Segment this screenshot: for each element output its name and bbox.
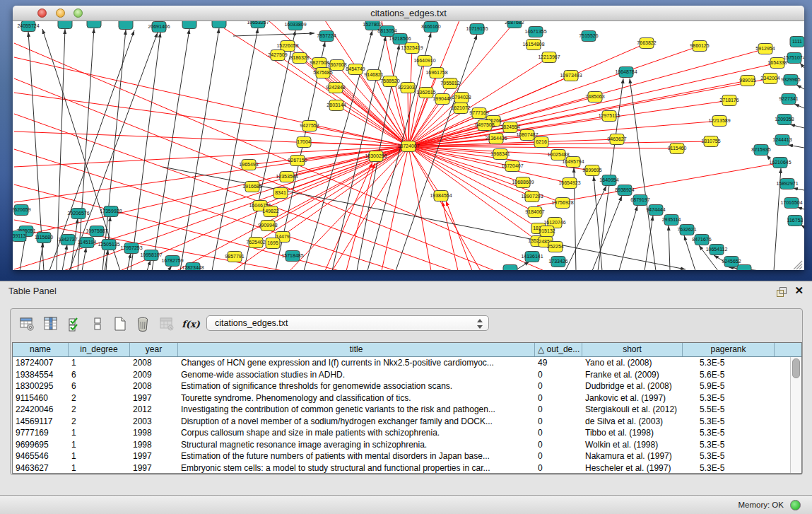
graph-node[interactable] [182, 21, 196, 29]
resize-grip[interactable] [794, 261, 802, 269]
network-view-window[interactable]: citations_edges.txt 24055724206914061065… [13, 6, 804, 270]
graph-node[interactable] [503, 265, 517, 271]
column-header[interactable]: short [582, 343, 683, 356]
graph-node[interactable]: 252254 [547, 242, 563, 252]
graph-node[interactable]: 19384554 [430, 191, 452, 201]
graph-node[interactable]: 9777169 [469, 108, 488, 119]
graph-node[interactable]: 10654112 [706, 245, 728, 255]
clear-selection-button[interactable] [88, 315, 107, 333]
graph-node[interactable]: 1916685 [242, 182, 261, 192]
table-body[interactable]: 1872400712008Changes of HCN gene express… [13, 357, 801, 474]
graph-node[interactable]: 2803144 [326, 100, 346, 111]
select-all-button[interactable] [66, 315, 84, 333]
graph-node[interactable]: 7515526 [579, 31, 598, 42]
graph-node[interactable]: 989015 [739, 76, 755, 86]
table-row[interactable]: 977716911998Corpus callosum shape and si… [13, 427, 801, 439]
graph-node[interactable]: 10958107 [140, 250, 162, 261]
graph-node[interactable]: 1209358 [775, 115, 794, 125]
graph-node[interactable]: 9184067 [525, 207, 544, 218]
graph-node[interactable]: 12353594 [276, 172, 298, 182]
graph-node[interactable]: 17004 [297, 137, 311, 148]
table-row[interactable]: 1830029562008Estimation of significance … [13, 380, 801, 392]
graph-node[interactable]: 9857791 [225, 252, 244, 262]
graph-node[interactable]: 2367608 [327, 60, 346, 71]
graph-node[interactable]: 7663822 [637, 38, 656, 49]
graph-node[interactable]: 16210645 [769, 158, 791, 168]
graph-node[interactable] [87, 21, 101, 28]
graph-node[interactable]: 16720407 [501, 161, 523, 172]
graph-node[interactable]: 8938924 [615, 185, 634, 196]
graph-node[interactable]: 8466160 [421, 22, 440, 33]
table-settings-button[interactable] [18, 315, 36, 333]
network-canvas[interactable]: 2405572420691406106532571603380978572241… [13, 21, 804, 270]
table-row[interactable]: 946554611997Estimation of the future num… [13, 450, 801, 462]
graph-node[interactable]: 10653257 [247, 21, 269, 28]
vertical-scrollbar[interactable] [790, 357, 801, 473]
graph-node[interactable]: 7857224 [317, 31, 336, 42]
graph-node[interactable]: 16654923 [558, 178, 580, 189]
graph-node[interactable]: 14136141 [521, 252, 543, 262]
table-row[interactable]: 1456911722003Disruption of a novel membe… [13, 416, 801, 428]
table-row[interactable]: 1872400712008Changes of HCN gene express… [13, 357, 801, 369]
graph-node[interactable]: 1111 [790, 37, 804, 47]
graph-node[interactable]: 8454749 [346, 64, 365, 75]
graph-node[interactable]: 915132 [539, 226, 555, 237]
graph-node[interactable]: 9242848 [326, 83, 345, 93]
graph-node[interactable]: 1810755 [701, 136, 720, 147]
graph-node[interactable]: 12505135 [98, 240, 119, 250]
graph-node[interactable]: 9267150 [288, 156, 307, 166]
graph-node[interactable]: 7632621 [677, 225, 696, 235]
function-builder-button[interactable]: f(x) [182, 315, 200, 333]
graph-node[interactable]: 8215935 [751, 145, 770, 156]
table-row[interactable]: 946362711997Embryonic stem cells: a mode… [13, 462, 801, 474]
column-header[interactable]: year [130, 343, 178, 356]
graph-node[interactable]: 1990448 [433, 94, 452, 105]
graph-node[interactable]: 17957253 [120, 243, 142, 254]
column-header[interactable]: pagerank [683, 343, 775, 356]
graph-node[interactable]: 7955812 [440, 78, 459, 89]
table-row[interactable]: 969969511998Structural magnetic resonanc… [13, 439, 801, 451]
graph-node[interactable]: 17359928 [100, 206, 122, 217]
graph-node[interactable]: 10688609 [512, 177, 534, 188]
graph-node[interactable]: 9427552 [300, 121, 319, 132]
graph-node[interactable]: 1145194 [78, 238, 97, 248]
graph-node[interactable] [58, 21, 72, 29]
graph-node[interactable]: 18907293 [521, 192, 543, 202]
graph-node[interactable]: 6879197 [630, 195, 649, 206]
graph-node[interactable]: 16640910 [413, 56, 435, 66]
graph-node[interactable]: 149822 [262, 206, 278, 217]
graph-node[interactable]: 1115680 [35, 233, 53, 243]
graph-node[interactable]: 8471676 [692, 235, 711, 245]
graph-node[interactable]: 16033809 [284, 21, 306, 30]
graph-node[interactable]: 7485063 [585, 92, 604, 103]
column-header[interactable]: name [13, 343, 69, 356]
graph-node[interactable]: 6497508 [475, 120, 494, 131]
table-select-dropdown[interactable]: citations_edges.txt [206, 315, 489, 331]
graph-node[interactable]: 7588520 [380, 76, 399, 87]
graph-node[interactable]: 16782759 [161, 256, 183, 267]
graph-node[interactable]: 7625402 [246, 238, 265, 248]
scrollbar-thumb[interactable] [792, 358, 800, 378]
graph-node[interactable]: 9474444 [646, 205, 665, 216]
graph-node[interactable]: 12213589 [708, 116, 730, 127]
graph-node[interactable] [119, 21, 133, 30]
attribute-table[interactable]: namein_degreeyeartitle△ out_de...shortpa… [12, 342, 802, 474]
graph-node[interactable]: 1733426 [548, 257, 567, 267]
graph-node[interactable]: 24055724 [17, 21, 39, 32]
column-header[interactable]: △ out_de... [535, 343, 582, 356]
graph-node[interactable]: 1695 [266, 238, 280, 249]
graph-node[interactable]: 14671355 [524, 27, 546, 37]
graph-node[interactable]: 9909948 [258, 221, 277, 231]
graph-node[interactable]: 8186328 [290, 53, 309, 64]
graph-node[interactable]: 12213967 [538, 52, 560, 63]
graph-node[interactable]: 2342004 [760, 74, 779, 84]
graph-node[interactable]: 2935114 [662, 215, 681, 226]
graph-node[interactable]: 10975887 [86, 226, 107, 237]
graph-node[interactable]: 9463627 [607, 134, 626, 145]
graph-node[interactable]: 9860125 [690, 41, 709, 52]
delete-table-button[interactable] [134, 315, 152, 333]
graph-node[interactable]: 1640954 [599, 175, 618, 186]
graph-node[interactable]: 6794028 [452, 93, 471, 103]
graph-node[interactable]: 39113 [13, 231, 26, 242]
graph-node[interactable]: 16961758 [425, 68, 447, 78]
